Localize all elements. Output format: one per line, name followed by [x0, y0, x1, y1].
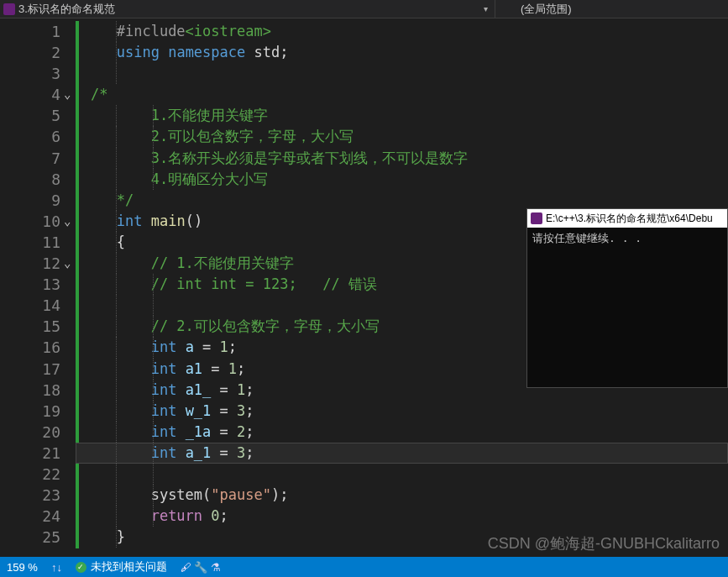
check-icon: ✓: [76, 562, 86, 573]
dropdown-icon[interactable]: ▾: [484, 4, 488, 13]
zoom-level[interactable]: 159 %: [7, 561, 38, 574]
code-line: [76, 63, 728, 84]
code-line: #include<iostream>: [76, 21, 728, 42]
status-bar: 159 % ↑↓ ✓ 未找到相关问题 🖋 🔧 ⚗: [0, 557, 728, 577]
code-line: [76, 464, 728, 485]
issues-status[interactable]: ✓ 未找到相关问题: [76, 559, 167, 574]
console-title-text: E:\c++\3.标识名的命名规范\x64\Debu: [546, 212, 713, 226]
file-title: 3.标识名的命名规范: [18, 2, 115, 17]
top-bar: 3.标识名的命名规范 ▾ (全局范围): [0, 0, 728, 18]
code-line: 4.明确区分大小写: [76, 169, 728, 190]
code-line: ⌄/*: [76, 84, 728, 105]
fold-icon[interactable]: ⌄: [64, 211, 71, 232]
fold-icon[interactable]: ⌄: [64, 253, 71, 274]
code-line: int _1a = 2;: [76, 422, 728, 443]
code-line: using namespace std;: [76, 42, 728, 63]
file-tab[interactable]: 3.标识名的命名规范 ▾: [0, 0, 495, 18]
console-icon: [531, 212, 542, 224]
code-line-active: int a_1 = 3;: [76, 443, 728, 464]
code-line: 1.不能使用关键字: [76, 105, 728, 126]
nav-arrows-icon[interactable]: ↑↓: [51, 561, 62, 574]
console-output: 请按任意键继续. . .: [527, 228, 727, 249]
console-window[interactable]: E:\c++\3.标识名的命名规范\x64\Debu 请按任意键继续. . .: [526, 208, 728, 388]
code-line: int w_1 = 3;: [76, 401, 728, 422]
fold-icon[interactable]: ⌄: [64, 84, 71, 105]
file-icon: [3, 3, 15, 15]
watermark: CSDN @鲍海超-GNUBHCkalitarro: [488, 533, 720, 553]
code-line: system("pause");: [76, 485, 728, 506]
console-title-bar[interactable]: E:\c++\3.标识名的命名规范\x64\Debu: [527, 209, 727, 228]
code-line: return 0;: [76, 506, 728, 527]
scope-selector[interactable]: (全局范围): [495, 2, 572, 17]
code-line: 2.可以包含数字，字母，大小写: [76, 126, 728, 147]
code-line: 3.名称开头必须是字母或者下划线，不可以是数字: [76, 148, 728, 169]
tool-icons[interactable]: 🖋 🔧 ⚗: [181, 561, 221, 574]
